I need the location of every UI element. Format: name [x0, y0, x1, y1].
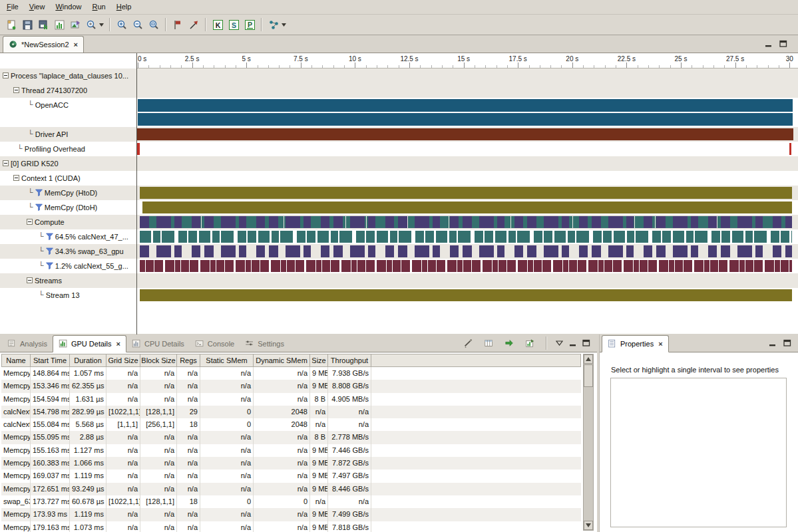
tree-cell[interactable]: Streams [0, 273, 136, 288]
precision-mode-button[interactable]: P [242, 17, 258, 33]
table-row[interactable]: Memcpy154.594 ms1.631 µsn/an/an/an/an/a8… [1, 393, 581, 406]
timeline-ruler[interactable]: 0 s2.5 s5 s7.5 s10 s12.5 s15 s17.5 s20 s… [137, 53, 798, 68]
timeline-canvas-row[interactable] [137, 186, 798, 200]
table-row[interactable]: Memcpy153.346 ms62.355 µsn/an/an/an/an/a… [1, 380, 581, 392]
filter-funnel-icon[interactable] [46, 233, 53, 241]
scroll-down-icon[interactable] [584, 521, 593, 530]
properties-tab-close-icon[interactable]: × [657, 340, 662, 348]
menu-view[interactable]: View [24, 0, 51, 14]
tree-timeline-divider[interactable] [136, 53, 137, 334]
timeline-canvas-row[interactable] [137, 200, 798, 215]
highlight-button[interactable] [460, 335, 476, 351]
timeline-bar[interactable] [138, 113, 793, 126]
timeline-row[interactable]: └Profiling Overhead [0, 142, 798, 156]
timeline-canvas-row[interactable] [137, 156, 798, 171]
sync-button[interactable] [501, 335, 517, 351]
collapse-toggle-icon[interactable] [27, 277, 33, 283]
tree-cell[interactable]: Compute [0, 215, 136, 229]
marker-pointer-button[interactable] [186, 17, 202, 33]
timeline-canvas-row[interactable] [137, 142, 798, 156]
tree-cell[interactable]: └Profiling Overhead [0, 142, 136, 156]
column-header-regs[interactable]: Regs [177, 354, 200, 367]
timeline-canvas-row[interactable] [137, 171, 798, 186]
filter-funnel-icon[interactable] [46, 262, 53, 271]
table-row[interactable]: Memcpy179.163 ms1.073 msn/an/an/an/an/a9… [1, 521, 581, 532]
table-row[interactable]: Memcpy172.651 ms93.249 µsn/an/an/an/an/a… [1, 483, 581, 495]
filter-funnel-icon[interactable] [35, 189, 43, 198]
tree-cell[interactable]: └OpenACC [0, 98, 136, 127]
timeline-row[interactable]: Streams [0, 273, 798, 288]
timeline-canvas-row[interactable] [137, 215, 798, 229]
tab-properties[interactable]: Properties × [602, 335, 669, 352]
tab-close-icon[interactable]: × [115, 340, 120, 348]
collapse-toggle-icon[interactable] [13, 87, 19, 93]
zoom-in-button[interactable] [114, 17, 130, 33]
dependency-analysis-dropdown-icon[interactable] [282, 17, 288, 33]
marker-flag-button[interactable] [170, 17, 186, 33]
column-header-throughput[interactable]: Throughput [328, 354, 371, 367]
timeline-canvas-row[interactable] [137, 98, 798, 127]
timeline-bar[interactable] [140, 289, 792, 301]
filter-funnel-icon[interactable] [35, 203, 43, 212]
filter-funnel-icon[interactable] [46, 247, 53, 256]
kernel-mode-button[interactable]: K [210, 17, 226, 33]
session-tab[interactable]: *NewSession2 × [3, 36, 84, 53]
session-tab-close-icon[interactable]: × [73, 41, 78, 49]
timeline-bar[interactable] [138, 99, 793, 112]
zoom-menu-dropdown-icon[interactable] [99, 17, 106, 33]
properties-minimize-button[interactable] [768, 339, 777, 348]
timeline-bar[interactable] [789, 143, 791, 155]
tree-cell[interactable]: └1.2% calcNext_55_g... [0, 259, 136, 273]
timeline-bar[interactable] [142, 201, 792, 213]
export-chart-button[interactable] [522, 335, 538, 351]
details-tab-cpu-details[interactable]: CPU Details [126, 335, 190, 352]
scroll-up-icon[interactable] [584, 354, 593, 364]
zoom-out-button[interactable] [130, 17, 146, 33]
table-row[interactable]: Memcpy173.93 ms1.119 msn/an/an/an/an/a9 … [1, 508, 581, 521]
details-tab-console[interactable]: Console [190, 335, 240, 352]
column-header-duration[interactable]: Duration [70, 354, 106, 367]
timeline-row[interactable]: Process "laplace_data_clauses 10... [0, 68, 798, 83]
tree-cell[interactable]: └Stream 13 [0, 288, 136, 303]
zoom-fit-button[interactable] [146, 17, 162, 33]
timeline-canvas-row[interactable] [137, 127, 798, 142]
tree-cell[interactable]: └64.5% calcNext_47_... [0, 229, 136, 244]
tree-cell[interactable]: Context 1 (CUDA) [0, 171, 136, 186]
details-maximize-button[interactable] [582, 339, 590, 348]
tree-cell[interactable]: └MemCpy (HtoD) [0, 186, 136, 200]
table-row[interactable]: Memcpy148.864 ms1.057 msn/an/an/an/an/a9… [1, 367, 581, 380]
collapse-toggle-icon[interactable] [3, 72, 9, 78]
show-chart-button[interactable] [51, 17, 67, 33]
save-report-button[interactable] [35, 17, 51, 33]
collapse-toggle-icon[interactable] [3, 160, 9, 166]
timeline-bar[interactable] [140, 260, 792, 272]
menu-window[interactable]: Window [50, 0, 87, 14]
timeline-canvas-row[interactable] [137, 244, 798, 259]
new-session-button[interactable] [3, 17, 19, 33]
timeline-canvas-row[interactable] [137, 259, 798, 273]
timeline-row[interactable]: Thread 2741307200 [0, 83, 798, 98]
timeline-maximize-button[interactable] [779, 39, 787, 48]
timeline-bar[interactable] [140, 187, 792, 199]
timeline-bar[interactable] [137, 143, 139, 155]
timeline-row[interactable]: Context 1 (CUDA) [0, 171, 798, 186]
column-header-grid-size[interactable]: Grid Size [106, 354, 140, 367]
details-view-menu-caret[interactable] [555, 339, 564, 348]
timeline-row[interactable]: Compute [0, 215, 798, 229]
tree-cell[interactable]: Thread 2741307200 [0, 83, 136, 98]
tree-cell[interactable]: └34.3% swap_63_gpu [0, 244, 136, 259]
details-minimize-button[interactable] [568, 339, 577, 348]
table-row[interactable]: calcNext154.798 ms282.99 µs[1022,1,1][12… [1, 406, 581, 418]
timeline-minimize-button[interactable] [764, 39, 773, 48]
source-mode-button[interactable]: S [226, 17, 242, 33]
column-header-block-size[interactable]: Block Size [140, 354, 177, 367]
timeline-canvas-row[interactable] [137, 288, 798, 303]
timeline-bar[interactable] [140, 216, 792, 228]
gpu-table-scrollbar[interactable] [583, 354, 594, 531]
timeline-bar[interactable] [140, 231, 792, 243]
export-image-button[interactable] [67, 17, 83, 33]
zoom-menu-button[interactable] [83, 17, 99, 33]
timeline-bar[interactable] [140, 245, 792, 257]
table-row[interactable]: Memcpy160.383 ms1.066 msn/an/an/an/an/a9… [1, 457, 581, 469]
scroll-thumb[interactable] [584, 364, 593, 387]
